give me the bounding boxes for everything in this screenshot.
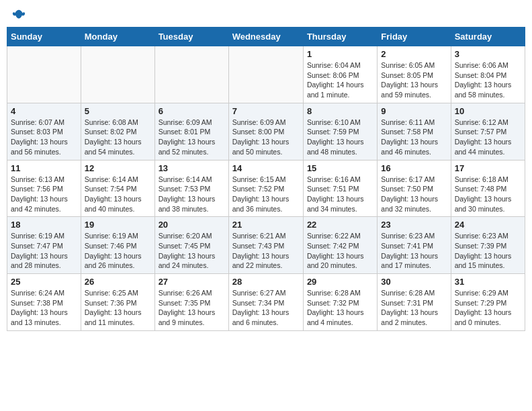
calendar-cell: 22Sunrise: 6:22 AM Sunset: 7:42 PM Dayli… [303, 217, 377, 274]
calendar-cell [228, 46, 303, 103]
calendar-cell: 9Sunrise: 6:11 AM Sunset: 7:58 PM Daylig… [378, 103, 451, 160]
day-info: Sunrise: 6:07 AM Sunset: 8:03 PM Dayligh… [11, 118, 77, 157]
calendar-week-4: 18Sunrise: 6:19 AM Sunset: 7:47 PM Dayli… [7, 217, 525, 274]
calendar-cell: 4Sunrise: 6:07 AM Sunset: 8:03 PM Daylig… [7, 103, 81, 160]
day-info: Sunrise: 6:14 AM Sunset: 7:53 PM Dayligh… [159, 175, 225, 214]
day-info: Sunrise: 6:04 AM Sunset: 8:06 PM Dayligh… [307, 60, 373, 100]
calendar-cell: 14Sunrise: 6:15 AM Sunset: 7:52 PM Dayli… [228, 160, 303, 217]
day-number: 26 [85, 277, 151, 287]
col-header-saturday: Saturday [451, 28, 525, 46]
day-info: Sunrise: 6:06 AM Sunset: 8:04 PM Dayligh… [455, 60, 521, 100]
col-header-sunday: Sunday [7, 28, 81, 46]
calendar-cell: 18Sunrise: 6:19 AM Sunset: 7:47 PM Dayli… [7, 217, 81, 274]
calendar-cell: 25Sunrise: 6:24 AM Sunset: 7:38 PM Dayli… [7, 274, 81, 331]
day-number: 10 [455, 106, 521, 116]
day-number: 22 [307, 220, 373, 230]
calendar-cell: 19Sunrise: 6:19 AM Sunset: 7:46 PM Dayli… [81, 217, 154, 274]
day-info: Sunrise: 6:27 AM Sunset: 7:34 PM Dayligh… [232, 288, 300, 328]
calendar-cell: 20Sunrise: 6:20 AM Sunset: 7:45 PM Dayli… [154, 217, 228, 274]
day-number: 27 [159, 277, 225, 287]
day-info: Sunrise: 6:23 AM Sunset: 7:41 PM Dayligh… [381, 231, 447, 271]
day-number: 16 [381, 163, 447, 173]
col-header-friday: Friday [378, 28, 451, 46]
day-number: 6 [159, 106, 225, 116]
day-info: Sunrise: 6:14 AM Sunset: 7:54 PM Dayligh… [85, 175, 151, 214]
calendar-cell: 6Sunrise: 6:09 AM Sunset: 8:01 PM Daylig… [154, 103, 228, 160]
calendar-cell: 15Sunrise: 6:16 AM Sunset: 7:51 PM Dayli… [303, 160, 377, 217]
page-header [7, 7, 525, 21]
day-number: 23 [381, 220, 447, 230]
logo [11, 9, 26, 19]
day-info: Sunrise: 6:24 AM Sunset: 7:38 PM Dayligh… [11, 288, 77, 328]
calendar-cell: 21Sunrise: 6:21 AM Sunset: 7:43 PM Dayli… [228, 217, 303, 274]
day-info: Sunrise: 6:19 AM Sunset: 7:47 PM Dayligh… [11, 231, 77, 271]
calendar-cell [81, 46, 154, 103]
day-info: Sunrise: 6:19 AM Sunset: 7:46 PM Dayligh… [85, 231, 151, 271]
calendar-cell: 23Sunrise: 6:23 AM Sunset: 7:41 PM Dayli… [378, 217, 451, 274]
day-number: 11 [11, 163, 77, 173]
day-info: Sunrise: 6:09 AM Sunset: 8:00 PM Dayligh… [232, 118, 300, 157]
day-number: 20 [159, 220, 225, 230]
day-number: 30 [381, 277, 447, 287]
day-info: Sunrise: 6:28 AM Sunset: 7:32 PM Dayligh… [307, 288, 373, 328]
day-number: 4 [11, 106, 77, 116]
calendar-cell: 12Sunrise: 6:14 AM Sunset: 7:54 PM Dayli… [81, 160, 154, 217]
day-info: Sunrise: 6:17 AM Sunset: 7:50 PM Dayligh… [381, 175, 447, 214]
day-info: Sunrise: 6:20 AM Sunset: 7:45 PM Dayligh… [159, 231, 225, 271]
col-header-tuesday: Tuesday [154, 28, 228, 46]
day-number: 31 [455, 277, 521, 287]
day-number: 13 [159, 163, 225, 173]
day-number: 29 [307, 277, 373, 287]
day-number: 9 [381, 106, 447, 116]
day-number: 8 [307, 106, 373, 116]
day-info: Sunrise: 6:13 AM Sunset: 7:56 PM Dayligh… [11, 175, 77, 214]
calendar-week-5: 25Sunrise: 6:24 AM Sunset: 7:38 PM Dayli… [7, 274, 525, 331]
day-number: 3 [455, 49, 521, 59]
day-number: 12 [85, 163, 151, 173]
calendar-cell: 24Sunrise: 6:23 AM Sunset: 7:39 PM Dayli… [451, 217, 525, 274]
day-number: 21 [232, 220, 300, 230]
calendar-cell: 17Sunrise: 6:18 AM Sunset: 7:48 PM Dayli… [451, 160, 525, 217]
day-number: 15 [307, 163, 373, 173]
calendar-cell: 31Sunrise: 6:29 AM Sunset: 7:29 PM Dayli… [451, 274, 525, 331]
col-header-wednesday: Wednesday [228, 28, 303, 46]
calendar-header-row: SundayMondayTuesdayWednesdayThursdayFrid… [7, 28, 525, 46]
day-number: 14 [232, 163, 300, 173]
day-number: 7 [232, 106, 300, 116]
calendar-cell: 2Sunrise: 6:05 AM Sunset: 8:05 PM Daylig… [378, 46, 451, 103]
calendar-cell: 5Sunrise: 6:08 AM Sunset: 8:02 PM Daylig… [81, 103, 154, 160]
day-number: 19 [85, 220, 151, 230]
day-info: Sunrise: 6:10 AM Sunset: 7:59 PM Dayligh… [307, 118, 373, 157]
day-info: Sunrise: 6:08 AM Sunset: 8:02 PM Dayligh… [85, 118, 151, 157]
calendar-table: SundayMondayTuesdayWednesdayThursdayFrid… [7, 27, 525, 331]
calendar-cell [7, 46, 81, 103]
day-info: Sunrise: 6:26 AM Sunset: 7:35 PM Dayligh… [159, 288, 225, 328]
calendar-cell: 10Sunrise: 6:12 AM Sunset: 7:57 PM Dayli… [451, 103, 525, 160]
calendar-cell: 29Sunrise: 6:28 AM Sunset: 7:32 PM Dayli… [303, 274, 377, 331]
day-info: Sunrise: 6:12 AM Sunset: 7:57 PM Dayligh… [455, 118, 521, 157]
calendar-cell: 30Sunrise: 6:28 AM Sunset: 7:31 PM Dayli… [378, 274, 451, 331]
day-info: Sunrise: 6:11 AM Sunset: 7:58 PM Dayligh… [381, 118, 447, 157]
calendar-cell [154, 46, 228, 103]
calendar-cell: 26Sunrise: 6:25 AM Sunset: 7:36 PM Dayli… [81, 274, 154, 331]
day-info: Sunrise: 6:28 AM Sunset: 7:31 PM Dayligh… [381, 288, 447, 328]
col-header-thursday: Thursday [303, 28, 377, 46]
day-number: 5 [85, 106, 151, 116]
day-info: Sunrise: 6:21 AM Sunset: 7:43 PM Dayligh… [232, 231, 300, 271]
day-info: Sunrise: 6:25 AM Sunset: 7:36 PM Dayligh… [85, 288, 151, 328]
day-number: 25 [11, 277, 77, 287]
calendar-cell: 1Sunrise: 6:04 AM Sunset: 8:06 PM Daylig… [303, 46, 377, 103]
day-info: Sunrise: 6:23 AM Sunset: 7:39 PM Dayligh… [455, 231, 521, 271]
day-info: Sunrise: 6:15 AM Sunset: 7:52 PM Dayligh… [232, 175, 300, 214]
day-number: 2 [381, 49, 447, 59]
day-number: 17 [455, 163, 521, 173]
logo-bird-icon [11, 8, 26, 23]
calendar-week-3: 11Sunrise: 6:13 AM Sunset: 7:56 PM Dayli… [7, 160, 525, 217]
day-info: Sunrise: 6:05 AM Sunset: 8:05 PM Dayligh… [381, 60, 447, 100]
day-info: Sunrise: 6:29 AM Sunset: 7:29 PM Dayligh… [455, 288, 521, 328]
calendar-cell: 7Sunrise: 6:09 AM Sunset: 8:00 PM Daylig… [228, 103, 303, 160]
calendar-cell: 3Sunrise: 6:06 AM Sunset: 8:04 PM Daylig… [451, 46, 525, 103]
calendar-cell: 13Sunrise: 6:14 AM Sunset: 7:53 PM Dayli… [154, 160, 228, 217]
day-number: 28 [232, 277, 300, 287]
calendar-week-2: 4Sunrise: 6:07 AM Sunset: 8:03 PM Daylig… [7, 103, 525, 160]
